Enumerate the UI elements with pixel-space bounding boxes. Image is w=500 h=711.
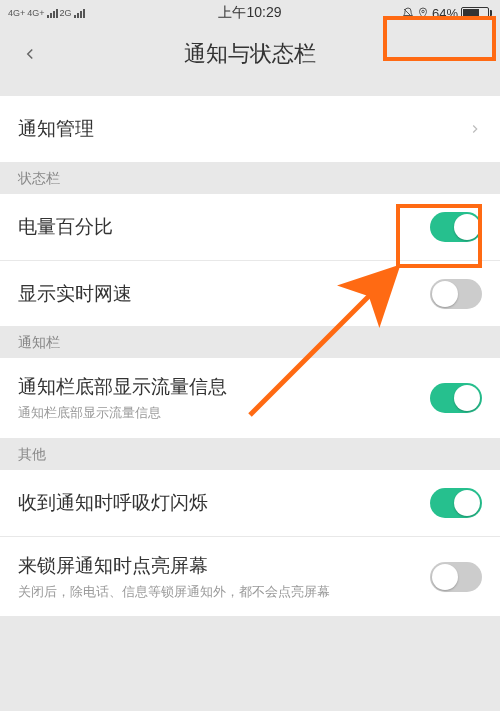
row-traffic-info: 通知栏底部显示流量信息 通知栏底部显示流量信息	[0, 358, 500, 438]
row-title: 电量百分比	[18, 214, 113, 240]
row-title: 来锁屏通知时点亮屏幕	[18, 553, 330, 579]
svg-point-0	[422, 10, 425, 13]
status-bar: 4G+ 4G+ 2G 上午10:29 64%	[0, 0, 500, 26]
location-icon	[417, 7, 429, 19]
row-subtitle: 通知栏底部显示流量信息	[18, 404, 227, 422]
chevron-right-icon	[468, 122, 482, 136]
toggle-battery-percentage[interactable]	[430, 212, 482, 242]
row-battery-percentage: 电量百分比	[0, 194, 500, 260]
toggle-traffic-info[interactable]	[430, 383, 482, 413]
battery-percent: 64%	[432, 6, 458, 21]
row-breathing-led: 收到通知时呼吸灯闪烁	[0, 470, 500, 536]
row-title: 收到通知时呼吸灯闪烁	[18, 490, 208, 516]
row-title: 通知栏底部显示流量信息	[18, 374, 227, 400]
toggle-wake-screen[interactable]	[430, 562, 482, 592]
row-notification-management[interactable]: 通知管理	[0, 96, 500, 162]
section-header-statusbar: 状态栏	[0, 162, 500, 194]
toggle-breathing-led[interactable]	[430, 488, 482, 518]
row-title: 显示实时网速	[18, 281, 132, 307]
row-realtime-netspeed: 显示实时网速	[0, 260, 500, 326]
nav-bar: 通知与状态栏	[0, 26, 500, 82]
section-header-notibar: 通知栏	[0, 326, 500, 358]
status-right: 64%	[402, 6, 492, 21]
row-title: 通知管理	[18, 116, 94, 142]
toggle-realtime-netspeed[interactable]	[430, 279, 482, 309]
mute-icon	[402, 7, 414, 19]
section-header-other: 其他	[0, 438, 500, 470]
battery-icon	[461, 7, 492, 20]
row-wake-screen: 来锁屏通知时点亮屏幕 关闭后，除电话、信息等锁屏通知外，都不会点亮屏幕	[0, 536, 500, 616]
row-subtitle: 关闭后，除电话、信息等锁屏通知外，都不会点亮屏幕	[18, 583, 330, 601]
settings-list: 通知管理 状态栏 电量百分比 显示实时网速 通知栏 通知栏底部显示流量信息 通知…	[0, 82, 500, 630]
page-title: 通知与状态栏	[0, 39, 500, 69]
